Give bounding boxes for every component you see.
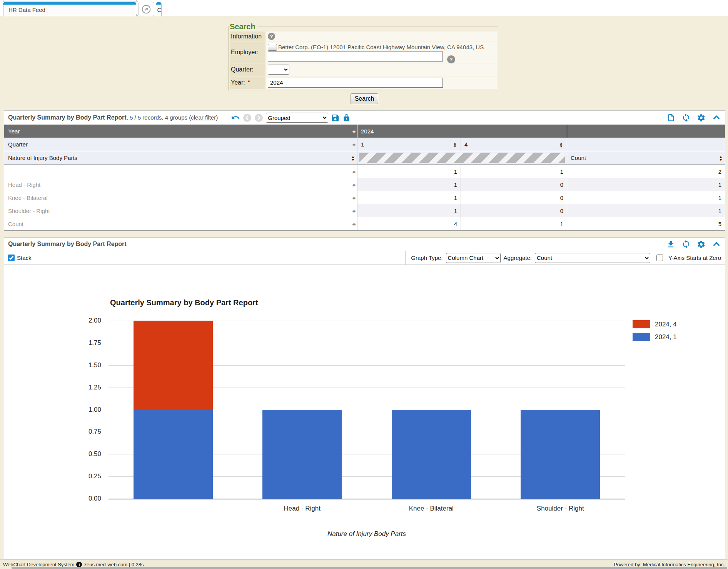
chart-panel-header: Quarterly Summary by Body Part Report (4, 238, 725, 251)
column-resize-handle[interactable]: ◂▸ (352, 128, 355, 134)
save-icon[interactable] (331, 113, 340, 122)
table-row-head-right: Head - Right◂▸101 (4, 178, 725, 191)
tab-bar: AppointmentsDictation/TranscriptionEmplo… (0, 0, 728, 16)
report-table-header: Quarterly Summary by Body Part Report, 5… (4, 111, 725, 125)
column-resize-handle[interactable]: ◂▸ (352, 169, 355, 175)
quarter-row: Quarter: (230, 63, 497, 77)
graph-type-select[interactable]: Column Chart (446, 253, 501, 263)
legend-label: 2024, 1 (655, 333, 677, 341)
information-row: Information ? (230, 32, 497, 42)
tab-label: HR Data Feed (8, 7, 45, 13)
y-axis-tick-label: 0.50 (63, 450, 101, 458)
information-help-icon[interactable]: ? (268, 33, 275, 40)
bar-segment-2024-4-blank[interactable] (134, 321, 213, 410)
column-resize-handle[interactable]: ◂▸ (352, 141, 355, 147)
cell-q4: 1 (461, 165, 567, 178)
horizontal-scrollbar[interactable] (12, 567, 727, 569)
legend-swatch (633, 333, 650, 341)
table-row-blank: ◂▸112 (4, 165, 725, 178)
cell-q1: 1 (357, 191, 461, 204)
legend-item-2024-1[interactable]: 2024, 1 (633, 333, 677, 341)
cell-q4: 0 (461, 204, 567, 217)
employer-selected-value: Better Corp. (EO-1) 12001 Pacific Coast … (278, 44, 484, 50)
stack-label: Stack (17, 255, 32, 261)
y-axis-tick-label: 1.00 (63, 406, 101, 414)
settings-gear-icon[interactable] (697, 113, 706, 122)
cell-count: 1 (567, 191, 725, 204)
cell-count: 2 (567, 165, 725, 178)
year-row-value: 2024 (361, 128, 374, 135)
year-row: Year: * (230, 77, 497, 89)
y-axis-tick-label: 1.75 (63, 339, 101, 347)
sort-icon[interactable]: ▴▾ (560, 141, 562, 148)
y-axis-tick-label: 2.00 (63, 317, 101, 324)
bar-segment-2024-1-blank[interactable] (134, 410, 213, 499)
next-icon (254, 113, 263, 122)
column-resize-handle[interactable]: ◂▸ (352, 182, 355, 188)
report-table-title: Quarterly Summary by Body Part Report, 5… (8, 114, 218, 121)
search-form-title: Search (230, 22, 258, 31)
table-nature-header-row: Nature of Injury Body Parts▴▾ Count▴▾ (4, 151, 725, 165)
y-axis-zero-checkbox[interactable] (656, 255, 663, 261)
x-axis-category-label: Knee - Bilateral (409, 505, 454, 512)
x-axis-title: Nature of Injury Body Parts (327, 530, 406, 538)
refresh-icon[interactable] (681, 240, 691, 249)
employer-help-icon[interactable]: ? (447, 55, 455, 63)
bar-segment-2024-1-head-right[interactable] (262, 410, 342, 499)
cell-q1: 4 (357, 217, 461, 230)
column-resize-handle[interactable]: ◂▸ (352, 208, 355, 214)
required-asterisk: * (248, 79, 250, 86)
tab-hr-data-feed[interactable]: HR Data Feed (3, 2, 136, 16)
employer-search-input[interactable] (268, 52, 443, 62)
sort-icon[interactable]: ▴▾ (454, 141, 456, 148)
year-label: Year: (231, 79, 245, 86)
quarter-label: Quarter: (231, 66, 254, 73)
quarter-col-4: 4 (464, 141, 468, 148)
hatched-spacer (359, 153, 565, 163)
undo-icon[interactable] (231, 113, 240, 122)
row-label: Shoulder - Right (8, 208, 50, 214)
cell-count: 5 (567, 217, 725, 230)
cell-q4: 0 (461, 178, 567, 191)
search-form: Search Information ? Employer: —Better C… (228, 22, 498, 90)
collapse-chevron-icon[interactable] (712, 240, 721, 248)
year-input[interactable] (268, 78, 443, 88)
cell-count: 1 (567, 178, 725, 191)
quarter-select[interactable] (268, 65, 289, 75)
row-label: Knee - Bilateral (8, 195, 48, 201)
table-row-count: Count◂▸415 (4, 217, 725, 230)
cell-q4: 0 (461, 191, 567, 204)
chart-canvas: Quarterly Summary by Body Part Report 0.… (4, 265, 725, 559)
refresh-icon[interactable] (681, 113, 691, 122)
sort-icon[interactable]: ▴▾ (352, 155, 354, 161)
view-mode-select[interactable]: Grouped (266, 113, 328, 123)
chart-panel-title: Quarterly Summary by Body Part Report (8, 241, 127, 248)
y-axis-tick-label: 0.00 (63, 495, 101, 502)
employer-remove-button[interactable]: — (268, 44, 277, 51)
popout-button[interactable] (138, 2, 154, 16)
settings-gear-icon[interactable] (697, 240, 706, 249)
search-button[interactable]: Search (351, 93, 378, 104)
row-label: Count (8, 221, 23, 227)
cell-q1: 1 (357, 204, 461, 217)
column-resize-handle[interactable]: ◂▸ (352, 221, 355, 227)
legend-swatch (633, 320, 650, 328)
aggregate-select[interactable]: Count (535, 253, 650, 263)
previous-icon (243, 113, 252, 122)
graph-type-label: Graph Type: (411, 255, 442, 261)
lock-icon[interactable] (342, 114, 351, 122)
y-axis-zero-label: Y-Axis Starts at Zero (668, 255, 721, 261)
sort-icon[interactable]: ▴▾ (720, 155, 722, 161)
new-document-icon[interactable] (667, 113, 675, 122)
tab-overflow-partial[interactable]: C (156, 2, 162, 16)
count-header-label: Count (571, 155, 586, 161)
bar-segment-2024-1-knee-bilateral[interactable] (392, 410, 471, 499)
download-icon[interactable] (666, 240, 675, 249)
legend-item-2024-4[interactable]: 2024, 4 (633, 320, 677, 328)
bar-segment-2024-1-shoulder-right[interactable] (521, 410, 600, 499)
column-resize-handle[interactable]: ◂▸ (352, 195, 355, 201)
stack-checkbox[interactable] (8, 255, 15, 261)
collapse-chevron-icon[interactable] (712, 113, 721, 122)
clear-filter-link[interactable]: clear filter (191, 114, 216, 121)
table-quarter-row: Quarter◂▸ 1▴▾ 4▴▾ (4, 138, 725, 151)
